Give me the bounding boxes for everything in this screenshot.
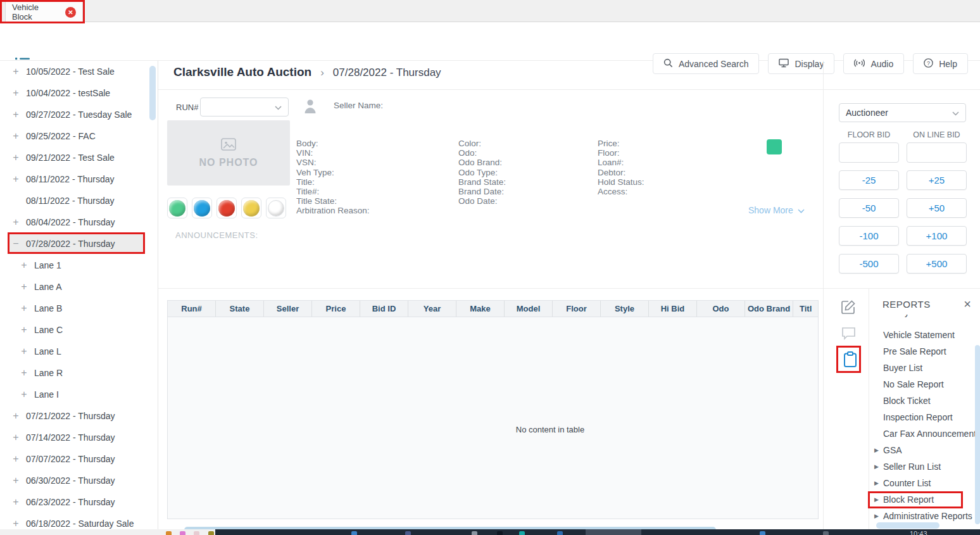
report-item-no-sale-report[interactable]: No Sale Report xyxy=(869,376,975,393)
auctioneer-select[interactable]: Auctioneer xyxy=(839,103,966,122)
expand-plus-icon[interactable]: + xyxy=(20,303,28,314)
sidebar-item-sale[interactable]: +09/27/2022 - Tuesday Sale xyxy=(0,104,158,125)
expand-plus-icon[interactable]: + xyxy=(11,130,20,142)
sidebar-item-sale[interactable]: +06/23/2022 - Thursday xyxy=(0,491,158,513)
sidebar-item-lane[interactable]: +Lane I xyxy=(0,384,158,405)
tab-vehicle-block[interactable]: Vehicle Block ✕ xyxy=(5,1,83,22)
sidebar-item-sale[interactable]: +06/30/2022 - Thursday xyxy=(0,470,158,491)
help-button[interactable]: ? Help xyxy=(913,53,968,74)
expand-plus-icon[interactable]: + xyxy=(11,453,20,465)
display-button[interactable]: Display xyxy=(768,53,834,74)
sidebar-item-sale[interactable]: +08/04/2022 - Thursday xyxy=(0,211,158,233)
sidebar-item-lane[interactable]: +Lane B xyxy=(0,298,158,319)
sidebar-item-sale[interactable]: +08/11/2022 - Thursday xyxy=(0,168,158,190)
sidebar-item-sale-selected[interactable]: −07/28/2022 - Thursday xyxy=(0,233,158,255)
expand-plus-icon[interactable]: + xyxy=(11,475,20,486)
sidebar-item-lane[interactable]: +Lane R xyxy=(0,362,158,384)
sidebar-item-sale[interactable]: +07/21/2022 - Thursday xyxy=(0,405,158,427)
collapse-minus-icon[interactable]: − xyxy=(11,238,20,249)
report-item-block-ticket[interactable]: Block Ticket xyxy=(869,393,975,409)
column-header[interactable]: Model xyxy=(505,301,553,317)
sidebar-item-sale[interactable]: 08/11/2022 - Thursday xyxy=(0,190,158,211)
expand-plus-icon[interactable]: + xyxy=(11,152,20,163)
green-light-button[interactable] xyxy=(167,198,187,218)
sidebar-item-lane[interactable]: +Lane C xyxy=(0,319,158,341)
red-light-button[interactable] xyxy=(217,198,237,218)
sidebar-item-sale[interactable]: +06/18/2022 - Saturday Sale xyxy=(0,513,158,529)
report-item-car-fax-announcement[interactable]: Car Fax Announcement xyxy=(869,425,975,442)
run-number-select[interactable] xyxy=(200,98,289,116)
taskbar-strip[interactable]: 10:43 xyxy=(0,529,980,535)
expand-plus-icon[interactable]: + xyxy=(11,432,20,443)
breadcrumb-auction-name[interactable]: Clarksville Auto Auction xyxy=(173,65,311,79)
tab-close-icon[interactable]: ✕ xyxy=(65,7,76,18)
column-header[interactable]: Run# xyxy=(168,301,216,317)
floor-minus-100-button[interactable]: -100 xyxy=(839,226,899,246)
expand-plus-icon[interactable]: + xyxy=(20,281,28,293)
expand-plus-icon[interactable]: + xyxy=(11,173,20,185)
column-header[interactable]: Seller xyxy=(264,301,312,317)
expand-plus-icon[interactable]: + xyxy=(20,260,28,271)
floor-minus-25-button[interactable]: -25 xyxy=(839,170,899,190)
expand-plus-icon[interactable]: + xyxy=(11,518,20,529)
expand-plus-icon[interactable]: + xyxy=(11,496,20,508)
column-header[interactable]: Hi Bid xyxy=(649,301,697,317)
column-header[interactable]: Price xyxy=(312,301,360,317)
online-plus-50-button[interactable]: +50 xyxy=(907,198,967,218)
column-header-clipped[interactable]: Titl xyxy=(793,301,818,317)
advanced-search-button[interactable]: Advanced Search xyxy=(653,53,760,74)
floor-bid-input[interactable] xyxy=(839,142,899,163)
report-item-pre-sale-report[interactable]: Pre Sale Report xyxy=(869,343,975,360)
expand-plus-icon[interactable]: + xyxy=(11,87,20,99)
comment-icon[interactable] xyxy=(841,326,856,343)
reports-clipboard-icon[interactable] xyxy=(843,351,857,370)
online-plus-500-button[interactable]: +500 xyxy=(907,254,967,274)
white-light-button[interactable] xyxy=(266,198,286,218)
report-item-vehicle-statement[interactable]: Vehicle Statement xyxy=(869,327,975,343)
report-group-seller-run-list[interactable]: ▶Seller Run List xyxy=(869,458,975,475)
sidebar-item-lane[interactable]: +Lane 1 xyxy=(0,255,158,276)
floor-minus-500-button[interactable]: -500 xyxy=(839,254,899,274)
sidebar-item-lane[interactable]: +Lane L xyxy=(0,341,158,362)
online-bid-input[interactable] xyxy=(907,142,967,163)
report-item-inspection-report[interactable]: Inspection Report xyxy=(869,409,975,425)
expand-plus-icon[interactable]: + xyxy=(20,346,28,357)
column-header[interactable]: Odo Brand xyxy=(745,301,793,317)
column-header[interactable]: State xyxy=(216,301,264,317)
reports-vertical-scrollbar[interactable] xyxy=(975,345,980,524)
report-group-counter-list[interactable]: ▶Counter List xyxy=(869,475,975,491)
audio-button[interactable]: Audio xyxy=(843,53,904,74)
sidebar-scrollbar[interactable] xyxy=(149,66,156,120)
report-group-block-report[interactable]: ▶Block Report xyxy=(869,491,975,508)
edit-notes-icon[interactable] xyxy=(841,299,857,317)
online-plus-100-button[interactable]: +100 xyxy=(907,226,967,246)
online-plus-25-button[interactable]: +25 xyxy=(907,170,967,190)
column-header[interactable]: Make xyxy=(456,301,505,317)
sidebar-item-sale[interactable]: +10/05/2022 - Test Sale xyxy=(0,61,158,82)
sidebar-item-sale[interactable]: +10/04/2022 - testSale xyxy=(0,82,158,104)
report-group-gsa[interactable]: ▶GSA xyxy=(869,442,975,458)
floor-minus-50-button[interactable]: -50 xyxy=(839,198,899,218)
column-header[interactable]: Odo xyxy=(697,301,745,317)
expand-plus-icon[interactable]: + xyxy=(20,324,28,336)
column-header[interactable]: Bid ID xyxy=(360,301,408,317)
column-header[interactable]: Style xyxy=(601,301,649,317)
expand-plus-icon[interactable]: + xyxy=(11,66,20,77)
sidebar-item-lane[interactable]: +Lane A xyxy=(0,276,158,298)
sidebar-item-sale[interactable]: +07/07/2022 - Thursday xyxy=(0,448,158,470)
sidebar-item-sale[interactable]: +09/21/2022 - Test Sale xyxy=(0,147,158,168)
sidebar-item-sale[interactable]: +09/25/2022 - FAC xyxy=(0,125,158,147)
show-more-link[interactable]: Show More xyxy=(748,205,805,215)
expand-plus-icon[interactable]: + xyxy=(11,217,20,228)
blue-light-button[interactable] xyxy=(192,198,212,218)
report-item-buyer-list[interactable]: Buyer List xyxy=(869,360,975,376)
expand-plus-icon[interactable]: + xyxy=(20,389,28,400)
expand-plus-icon[interactable]: + xyxy=(11,410,20,422)
column-header[interactable]: Floor xyxy=(553,301,601,317)
expand-plus-icon[interactable]: + xyxy=(20,367,28,379)
close-icon[interactable]: × xyxy=(964,298,971,310)
yellow-light-button[interactable] xyxy=(241,198,261,218)
reports-horizontal-scrollbar[interactable] xyxy=(876,522,939,529)
sidebar-item-sale[interactable]: +07/14/2022 - Thursday xyxy=(0,427,158,448)
column-header[interactable]: Year xyxy=(408,301,456,317)
